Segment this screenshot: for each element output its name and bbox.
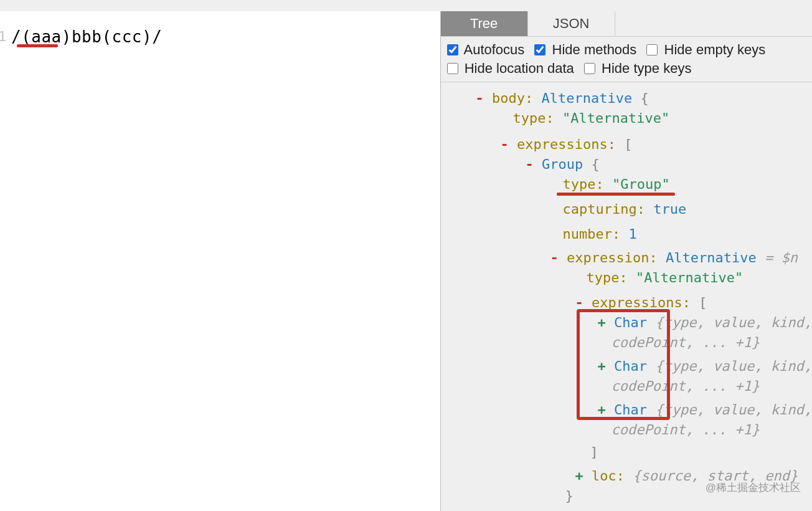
tree-bracket-open-1: [ — [624, 136, 632, 152]
checkbox-hide-location-data[interactable] — [447, 63, 458, 74]
option-hide-location-data[interactable]: Hide location data — [447, 60, 578, 76]
tree-val-type-1: "Alternative" — [562, 110, 669, 126]
tabs-bar: Tree JSON — [441, 11, 812, 37]
option-autofocus-label: Autofocus — [464, 42, 525, 57]
tree-key-type-2: type — [563, 176, 596, 192]
tree-type-group[interactable]: Group — [542, 156, 583, 172]
tab-json[interactable]: JSON — [528, 11, 615, 36]
toggle-char-1[interactable]: + — [598, 315, 606, 330]
tree-brace-close-1: } — [565, 488, 574, 504]
toggle-loc[interactable]: + — [575, 468, 583, 484]
watermark: @稀土掘金技术社区 — [706, 480, 801, 495]
toggle-char-2[interactable]: + — [598, 358, 606, 374]
toggle-body[interactable]: - — [476, 90, 484, 106]
tree-key-loc: loc — [592, 468, 616, 484]
toggle-group[interactable]: - — [526, 156, 534, 172]
toggle-expressions-1[interactable]: - — [501, 136, 509, 152]
tree-brace-open: { — [641, 90, 649, 106]
tree-key-body: body — [492, 90, 525, 106]
tree-type-expression[interactable]: Alternative — [666, 250, 757, 265]
tree-char-2-sum2: codePoint, ... +1} — [611, 378, 760, 394]
tree-val-type-2: "Group" — [612, 176, 670, 192]
tree-brace-open-2: { — [592, 156, 600, 172]
checkbox-hide-empty-keys[interactable] — [646, 44, 658, 55]
line-number: 1 — [0, 29, 6, 44]
tree-char-3-sum1: {type, value, kind, — [655, 402, 812, 418]
tree-type-char-3[interactable]: Char — [614, 402, 647, 418]
tree-char-3-sum2: codePoint, ... +1} — [611, 422, 760, 437]
code-content[interactable]: /(aaa)bbb(ccc)/ — [11, 27, 162, 46]
tree-bracket-close-1: ] — [590, 444, 598, 460]
option-hide-empty-keys[interactable]: Hide empty keys — [646, 42, 765, 57]
code-editor-pane[interactable]: 1 /(aaa)bbb(ccc)/ — [0, 11, 441, 511]
checkbox-hide-methods[interactable] — [534, 44, 545, 55]
tree-char-1-sum2: codePoint, ... +1} — [611, 335, 760, 350]
tree-char-1-sum1: {type, value, kind, — [655, 315, 812, 330]
tree-type-char-1[interactable]: Char — [614, 315, 647, 330]
tree-char-2-sum1: {type, value, kind, — [655, 358, 812, 374]
tab-tree[interactable]: Tree — [441, 11, 528, 36]
tree-val-capturing: true — [653, 201, 686, 217]
tree-key-capturing: capturing — [563, 201, 637, 217]
tree-view[interactable]: - body: Alternative { type: "Alternative… — [441, 82, 812, 511]
option-hide-location-data-label: Hide location data — [465, 60, 574, 76]
option-hide-methods[interactable]: Hide methods — [534, 42, 640, 57]
option-hide-empty-keys-label: Hide empty keys — [664, 42, 766, 57]
tree-type-char-2[interactable]: Char — [614, 358, 647, 374]
toggle-expressions-2[interactable]: - — [575, 295, 583, 310]
tree-val-type-3: "Alternative" — [636, 270, 743, 285]
toggle-char-3[interactable]: + — [598, 402, 606, 418]
tree-bracket-open-2: [ — [699, 295, 707, 310]
option-autofocus[interactable]: Autofocus — [447, 42, 529, 57]
annotation-underline-editor — [17, 44, 58, 47]
tree-val-number: 1 — [629, 226, 637, 242]
option-hide-methods-label: Hide methods — [552, 42, 637, 57]
option-hide-type-keys-label: Hide type keys — [602, 60, 691, 76]
annotation-underline-group — [557, 193, 675, 196]
inspector-pane: Tree JSON Autofocus Hide methods Hide em… — [441, 11, 812, 511]
tree-eq-note: = $n — [765, 250, 798, 265]
checkbox-autofocus[interactable] — [447, 44, 458, 55]
option-hide-type-keys[interactable]: Hide type keys — [584, 60, 691, 76]
tree-key-number: number — [563, 226, 612, 242]
tree-key-type-1: type — [513, 110, 546, 126]
tree-key-expression: expression — [567, 250, 649, 265]
tree-type-body[interactable]: Alternative — [542, 90, 633, 106]
tree-key-type-3: type — [587, 270, 620, 285]
checkbox-hide-type-keys[interactable] — [584, 63, 595, 74]
tree-key-expressions-2: expressions — [592, 295, 682, 310]
options-row: Autofocus Hide methods Hide empty keys H… — [441, 37, 812, 82]
toggle-expression[interactable]: - — [550, 250, 559, 265]
tree-key-expressions-1: expressions — [517, 136, 608, 152]
